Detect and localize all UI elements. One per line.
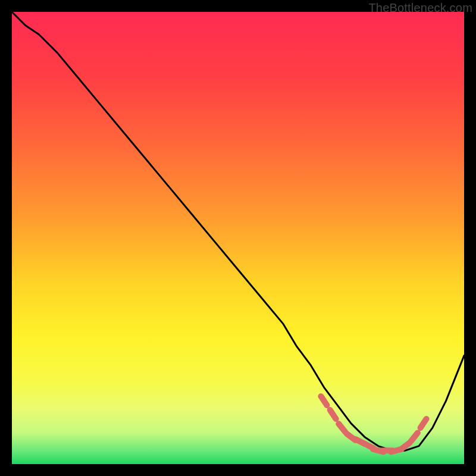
optimal-marker [411, 433, 418, 441]
optimal-marker [321, 396, 327, 405]
optimal-marker [401, 443, 409, 449]
curve-layer [12, 12, 464, 464]
bottleneck-curve [12, 12, 464, 450]
optimal-marker [339, 424, 345, 432]
optimal-marker [421, 419, 427, 428]
optimal-marker [330, 410, 336, 419]
plot-area [12, 12, 464, 464]
bottleneck-chart: TheBottleneck.com [0, 0, 476, 476]
